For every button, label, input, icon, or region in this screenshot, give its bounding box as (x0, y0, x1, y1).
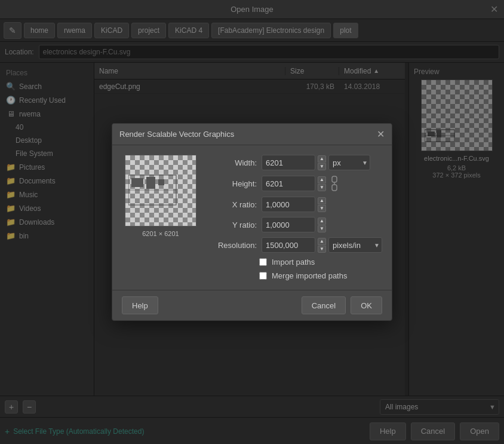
modal-body: 6201 × 6201 Width: ▲ ▼ px (112, 145, 392, 290)
resolution-row: Resolution: ▲ ▼ pixels/in pixels/mm pixe… (209, 237, 382, 253)
height-input-group: ▲ ▼ (262, 175, 340, 192)
yratio-row: Y ratio: ▲ ▼ (209, 217, 382, 232)
modal-preview-area: 6201 × 6201 (122, 155, 199, 280)
xratio-spinners: ▲ ▼ (318, 197, 326, 212)
modal-footer: Help Cancel OK (112, 290, 392, 320)
unit-select-wrapper: px mm in ▼ (328, 155, 370, 170)
yratio-input[interactable] (262, 217, 315, 232)
modal-overlay: Render Scalable Vector Graphics ✕ 6201 ×… (0, 0, 504, 444)
modal-title-bar: Render Scalable Vector Graphics ✕ (112, 124, 392, 145)
resolution-unit-select[interactable]: pixels/in pixels/mm pixels/cm (328, 237, 382, 253)
yratio-spin-up[interactable]: ▲ (318, 218, 326, 225)
width-spinners: ▲ ▼ (318, 155, 326, 170)
modal-footer-right: Cancel OK (302, 296, 382, 314)
svg-rect-11 (332, 185, 337, 191)
resolution-spin-up[interactable]: ▲ (318, 238, 326, 245)
yratio-label: Y ratio: (209, 221, 257, 229)
xratio-spin-down[interactable]: ▼ (318, 205, 326, 212)
unit-select[interactable]: px mm in (328, 155, 370, 170)
xratio-spin-up[interactable]: ▲ (318, 197, 326, 204)
height-spin-down[interactable]: ▼ (318, 184, 326, 191)
svg-rect-9 (332, 176, 337, 182)
svg-rect-5 (131, 178, 143, 187)
yratio-spin-down[interactable]: ▼ (318, 225, 326, 232)
modal-title: Render Scalable Vector Graphics (119, 130, 234, 139)
merge-paths-row: Merge imported paths (259, 271, 382, 280)
resolution-label: Resolution: (209, 241, 257, 250)
width-input-group: ▲ ▼ px mm in ▼ (262, 155, 370, 170)
xratio-input[interactable] (262, 197, 315, 212)
resolution-input[interactable] (262, 237, 315, 253)
render-svg-modal: Render Scalable Vector Graphics ✕ 6201 ×… (112, 123, 392, 321)
modal-preview-image (125, 155, 196, 226)
link-svg (330, 175, 339, 192)
import-paths-row: Import paths (259, 258, 382, 267)
resolution-unit-wrapper: pixels/in pixels/mm pixels/cm ▼ (328, 237, 382, 253)
height-spin-up[interactable]: ▲ (318, 176, 326, 183)
resolution-spinners: ▲ ▼ (318, 238, 326, 253)
height-row: Height: ▲ ▼ (209, 175, 382, 192)
width-input[interactable] (262, 155, 315, 170)
xratio-label: X ratio: (209, 200, 257, 209)
height-spinners: ▲ ▼ (318, 176, 326, 191)
svg-rect-6 (146, 177, 155, 189)
modal-cancel-button[interactable]: Cancel (302, 296, 346, 314)
width-spin-up[interactable]: ▲ (318, 155, 326, 163)
xratio-input-group: ▲ ▼ (262, 197, 326, 212)
link-icon[interactable] (328, 175, 340, 192)
width-spin-down[interactable]: ▼ (318, 163, 326, 170)
import-paths-label: Import paths (272, 258, 315, 267)
yratio-input-group: ▲ ▼ (262, 217, 326, 232)
svg-rect-7 (158, 179, 164, 185)
merge-paths-label: Merge imported paths (272, 271, 347, 280)
modal-preview-dimensions: 6201 × 6201 (142, 230, 179, 237)
height-label: Height: (209, 179, 257, 188)
xratio-row: X ratio: ▲ ▼ (209, 197, 382, 212)
modal-pcb-svg (128, 172, 188, 220)
merge-paths-checkbox[interactable] (259, 272, 267, 280)
modal-close-button[interactable]: ✕ (377, 128, 385, 140)
width-row: Width: ▲ ▼ px mm in (209, 155, 382, 170)
yratio-spinners: ▲ ▼ (318, 218, 326, 232)
import-paths-checkbox[interactable] (259, 258, 267, 266)
height-input[interactable] (262, 176, 315, 191)
modal-form: Width: ▲ ▼ px mm in (209, 155, 382, 280)
resolution-input-group: ▲ ▼ pixels/in pixels/mm pixels/cm ▼ (262, 237, 382, 253)
resolution-spin-down[interactable]: ▼ (318, 246, 326, 253)
modal-ok-button[interactable]: OK (351, 296, 382, 314)
width-label: Width: (209, 158, 257, 167)
modal-help-button[interactable]: Help (122, 296, 158, 314)
